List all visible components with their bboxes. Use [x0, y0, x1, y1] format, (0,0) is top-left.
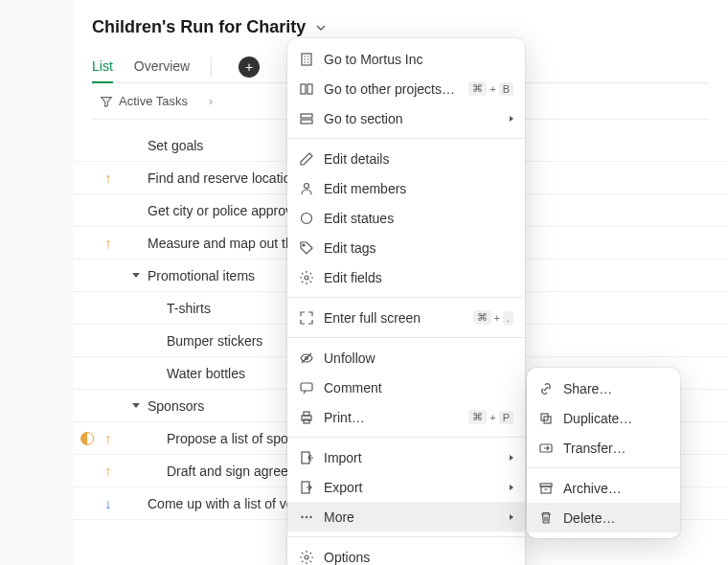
import-icon [299, 450, 314, 465]
svg-point-6 [302, 213, 312, 223]
menu-label: Archive… [563, 481, 669, 496]
svg-point-17 [306, 515, 307, 517]
menu-label: Edit details [324, 151, 513, 167]
caret-down-icon[interactable] [132, 273, 140, 278]
task-text: Set goals [140, 138, 203, 153]
tab-overview[interactable]: Overview [134, 51, 190, 83]
pencil-icon [299, 151, 314, 167]
print-icon [299, 410, 314, 425]
status-half-icon [80, 432, 94, 445]
chevron-down-icon[interactable] [313, 20, 329, 35]
fullscreen-icon [299, 310, 314, 326]
menu-label: Go to other projects… [324, 81, 459, 97]
menu-label: Unfollow [324, 350, 513, 366]
menu-edit-details[interactable]: Edit details [287, 144, 525, 173]
svg-point-18 [309, 515, 311, 517]
menu-go-other-projects[interactable]: Go to other projects… ⌘+B [287, 74, 525, 103]
circle-icon [299, 211, 314, 226]
filter-label: Active Tasks [119, 94, 188, 108]
task-text: T-shirts [159, 301, 211, 316]
page-title: Children's Run for Charity [92, 17, 306, 37]
menu-unfollow[interactable]: Unfollow [287, 343, 525, 373]
task-text: Bumper stickers [159, 333, 262, 349]
submenu-arrow-icon [510, 116, 513, 122]
menu-full-screen[interactable]: Enter full screen ⌘+. [287, 303, 525, 332]
submenu-arrow-icon [510, 514, 513, 520]
menu-label: Share… [563, 381, 669, 396]
task-text: Get city or police approval [140, 203, 303, 218]
menu-go-mortus[interactable]: Go to Mortus Inc [287, 44, 525, 74]
menu-edit-members[interactable]: Edit members [287, 173, 525, 203]
menu-label: Print… [324, 410, 459, 425]
transfer-icon [538, 441, 554, 456]
filter-chip[interactable]: Active Tasks [96, 94, 192, 108]
project-menu: Go to Mortus Inc Go to other projects… ⌘… [287, 38, 525, 565]
submenu-share[interactable]: Share… [527, 373, 680, 403]
filter-icon [100, 95, 113, 108]
svg-rect-12 [304, 412, 309, 416]
building-icon [299, 52, 314, 67]
archive-icon [538, 481, 554, 496]
task-text: Water bottles [159, 366, 245, 381]
menu-label: Go to Mortus Inc [324, 52, 513, 67]
more-submenu: Share… Duplicate… Transfer… Archive… Del… [527, 368, 680, 538]
menu-import[interactable]: Import [287, 442, 525, 472]
svg-rect-4 [301, 120, 312, 124]
gear-icon [299, 270, 314, 285]
menu-edit-fields[interactable]: Edit fields [287, 262, 525, 292]
menu-label: Import [324, 450, 500, 465]
submenu-arrow-icon [510, 455, 513, 461]
menu-export[interactable]: Export [287, 472, 525, 502]
comment-icon [299, 380, 314, 396]
submenu-archive[interactable]: Archive… [527, 473, 680, 503]
person-icon [299, 181, 314, 196]
task-text: Promotional items [140, 268, 255, 283]
add-tab-button[interactable]: + [239, 56, 260, 78]
svg-rect-10 [301, 383, 312, 391]
projects-icon [299, 81, 314, 97]
menu-edit-statues[interactable]: Edit statues [287, 203, 525, 233]
menu-options[interactable]: Options [287, 542, 525, 565]
menu-label: Export [324, 480, 500, 495]
svg-rect-3 [301, 114, 312, 118]
submenu-arrow-icon [510, 485, 513, 490]
submenu-transfer[interactable]: Transfer… [527, 433, 680, 463]
submenu-duplicate[interactable]: Duplicate… [527, 403, 680, 433]
ellipsis-icon [299, 509, 314, 525]
gear-icon [299, 550, 314, 565]
menu-more[interactable]: More [287, 502, 525, 531]
menu-label: Enter full screen [324, 310, 464, 326]
svg-point-16 [301, 515, 303, 517]
menu-print[interactable]: Print… ⌘+P [287, 402, 525, 432]
menu-label: Go to section [324, 111, 500, 126]
menu-go-section[interactable]: Go to section [287, 103, 525, 133]
menu-label: Options [324, 550, 513, 565]
svg-point-5 [305, 183, 309, 188]
filter-expand-icon[interactable]: › [209, 95, 213, 108]
menu-label: Comment [324, 380, 513, 396]
tag-icon [299, 240, 314, 256]
priority-up-icon: ↑ [104, 463, 112, 479]
menu-label: Delete… [563, 510, 669, 526]
menu-label: Duplicate… [563, 411, 669, 426]
export-icon [299, 480, 314, 495]
svg-rect-1 [301, 84, 306, 94]
trash-icon [538, 510, 554, 526]
menu-label: Transfer… [563, 441, 669, 456]
tab-list[interactable]: List [92, 51, 113, 83]
menu-comment[interactable]: Comment [287, 373, 525, 402]
menu-edit-tags[interactable]: Edit tags [287, 233, 525, 262]
submenu-delete[interactable]: Delete… [527, 503, 680, 532]
menu-label: More [324, 509, 500, 525]
task-text: Find and reserve location [140, 170, 298, 186]
menu-label: Edit fields [324, 270, 513, 285]
task-text: Sponsors [140, 398, 204, 414]
svg-rect-0 [302, 54, 311, 65]
priority-up-icon: ↑ [104, 235, 112, 251]
svg-rect-2 [307, 84, 312, 94]
svg-point-19 [305, 555, 308, 559]
menu-label: Edit members [324, 181, 513, 196]
priority-up-icon: ↑ [104, 430, 112, 446]
link-icon [538, 381, 554, 396]
caret-down-icon[interactable] [132, 403, 140, 408]
